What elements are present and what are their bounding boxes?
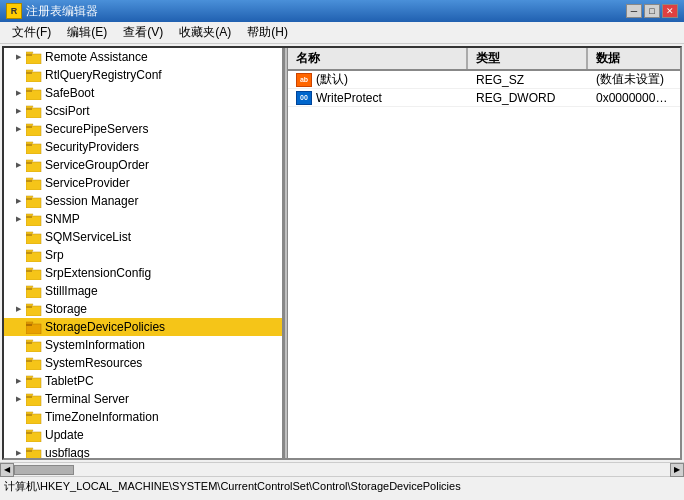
tree-item[interactable]: ▶ Session Manager bbox=[4, 192, 282, 210]
scroll-thumb[interactable] bbox=[14, 465, 74, 475]
tree-item[interactable]: ServiceProvider bbox=[4, 174, 282, 192]
svg-marker-62 bbox=[26, 412, 33, 414]
col-header-name[interactable]: 名称 bbox=[288, 48, 468, 69]
menu-view[interactable]: 查看(V) bbox=[115, 22, 171, 43]
svg-marker-41 bbox=[26, 286, 33, 288]
svg-rect-4 bbox=[26, 72, 32, 74]
maximize-button[interactable]: □ bbox=[644, 4, 660, 18]
tree-item[interactable]: ▶ usbflags bbox=[4, 444, 282, 458]
svg-marker-20 bbox=[26, 160, 33, 162]
table-header: 名称 类型 数据 bbox=[288, 48, 680, 71]
tree-item[interactable]: StillImage bbox=[4, 282, 282, 300]
tree-item[interactable]: RtlQueryRegistryConf bbox=[4, 66, 282, 84]
tree-arrow-icon: ▶ bbox=[12, 447, 24, 458]
tree-arrow-icon: ▶ bbox=[12, 213, 24, 225]
svg-marker-29 bbox=[26, 214, 33, 216]
scroll-track[interactable] bbox=[14, 465, 670, 475]
tree-item[interactable]: ▶ Storage bbox=[4, 300, 282, 318]
scroll-left-button[interactable]: ◀ bbox=[0, 463, 14, 477]
tree-item[interactable]: Update bbox=[4, 426, 282, 444]
minimize-button[interactable]: ─ bbox=[626, 4, 642, 18]
menu-help[interactable]: 帮助(H) bbox=[239, 22, 296, 43]
tree-item[interactable]: Srp bbox=[4, 246, 282, 264]
status-bar: 计算机\HKEY_LOCAL_MACHINE\SYSTEM\CurrentCon… bbox=[0, 476, 684, 496]
menu-edit[interactable]: 编辑(E) bbox=[59, 22, 115, 43]
svg-marker-50 bbox=[26, 340, 33, 342]
folder-icon bbox=[26, 410, 42, 424]
tree-item-label: ScsiPort bbox=[45, 104, 90, 118]
close-button[interactable]: ✕ bbox=[662, 4, 678, 18]
folder-icon bbox=[26, 122, 42, 136]
tree-pane[interactable]: ▶ Remote Assistance RtlQueryRegistryConf… bbox=[4, 48, 284, 458]
tree-item[interactable]: SystemInformation bbox=[4, 336, 282, 354]
table-row[interactable]: ab(默认)REG_SZ(数值未设置) bbox=[288, 71, 680, 89]
tree-item[interactable]: SecurityProviders bbox=[4, 138, 282, 156]
tree-item[interactable]: ▶ Terminal Server bbox=[4, 390, 282, 408]
svg-marker-44 bbox=[26, 304, 33, 306]
svg-marker-38 bbox=[26, 268, 33, 270]
menu-file[interactable]: 文件(F) bbox=[4, 22, 59, 43]
folder-icon bbox=[26, 104, 42, 118]
svg-rect-13 bbox=[26, 126, 32, 128]
folder-icon bbox=[26, 176, 42, 190]
tree-item-label: StorageDevicePolicies bbox=[45, 320, 165, 334]
tree-item[interactable]: ▶ TabletPC bbox=[4, 372, 282, 390]
svg-rect-16 bbox=[26, 144, 32, 146]
menu-favorites[interactable]: 收藏夹(A) bbox=[171, 22, 239, 43]
col-header-data[interactable]: 数据 bbox=[588, 48, 680, 69]
tree-arrow-icon bbox=[12, 267, 24, 279]
tree-arrow-icon bbox=[12, 357, 24, 369]
tree-item[interactable]: ▶ ServiceGroupOrder bbox=[4, 156, 282, 174]
tree-item[interactable]: ▶ ScsiPort bbox=[4, 102, 282, 120]
svg-marker-23 bbox=[26, 178, 33, 180]
svg-rect-34 bbox=[26, 252, 32, 254]
svg-rect-40 bbox=[26, 288, 32, 290]
tree-arrow-icon: ▶ bbox=[12, 195, 24, 207]
tree-item-label: Srp bbox=[45, 248, 64, 262]
tree-item[interactable]: SrpExtensionConfig bbox=[4, 264, 282, 282]
tree-item[interactable]: ▶ SafeBoot bbox=[4, 84, 282, 102]
tree-item[interactable]: ▶ SNMP bbox=[4, 210, 282, 228]
tree-item[interactable]: SystemResources bbox=[4, 354, 282, 372]
folder-icon bbox=[26, 302, 42, 316]
svg-rect-31 bbox=[26, 234, 32, 236]
col-header-type[interactable]: 类型 bbox=[468, 48, 588, 69]
tree-arrow-icon: ▶ bbox=[12, 105, 24, 117]
folder-icon bbox=[26, 374, 42, 388]
folder-icon bbox=[26, 392, 42, 406]
tree-item[interactable]: SQMServiceList bbox=[4, 228, 282, 246]
folder-icon bbox=[26, 158, 42, 172]
tree-item-label: SrpExtensionConfig bbox=[45, 266, 151, 280]
tree-item[interactable]: ▶ SecurePipeServers bbox=[4, 120, 282, 138]
svg-marker-32 bbox=[26, 232, 33, 234]
svg-marker-53 bbox=[26, 358, 33, 360]
tree-arrow-icon: ▶ bbox=[12, 393, 24, 405]
tree-item[interactable]: StorageDevicePolicies bbox=[4, 318, 282, 336]
menu-bar: 文件(F) 编辑(E) 查看(V) 收藏夹(A) 帮助(H) bbox=[0, 22, 684, 44]
tree-item[interactable]: TimeZoneInformation bbox=[4, 408, 282, 426]
svg-marker-26 bbox=[26, 196, 33, 198]
svg-marker-14 bbox=[26, 124, 33, 126]
tree-item-label: SecurityProviders bbox=[45, 140, 139, 154]
tree-item-label: SystemResources bbox=[45, 356, 142, 370]
svg-marker-2 bbox=[26, 52, 33, 54]
svg-rect-1 bbox=[26, 54, 32, 56]
scroll-right-button[interactable]: ▶ bbox=[670, 463, 684, 477]
right-pane: 名称 类型 数据 ab(默认)REG_SZ(数值未设置)00WriteProte… bbox=[288, 48, 680, 458]
tree-item-label: SafeBoot bbox=[45, 86, 94, 100]
svg-rect-64 bbox=[26, 432, 32, 434]
svg-marker-35 bbox=[26, 250, 33, 252]
tree-item-label: TimeZoneInformation bbox=[45, 410, 159, 424]
tree-arrow-icon bbox=[12, 339, 24, 351]
horizontal-scrollbar[interactable]: ◀ ▶ bbox=[0, 462, 684, 476]
folder-icon bbox=[26, 428, 42, 442]
cell-name: ab(默认) bbox=[288, 71, 468, 88]
svg-rect-25 bbox=[26, 198, 32, 200]
tree-item[interactable]: ▶ Remote Assistance bbox=[4, 48, 282, 66]
tree-arrow-icon: ▶ bbox=[12, 51, 24, 63]
table-row[interactable]: 00WriteProtectREG_DWORD0x00000000 (0) bbox=[288, 89, 680, 107]
svg-marker-8 bbox=[26, 88, 33, 90]
reg-entry-name: (默认) bbox=[316, 71, 348, 88]
svg-rect-10 bbox=[26, 108, 32, 110]
svg-rect-55 bbox=[26, 378, 32, 380]
